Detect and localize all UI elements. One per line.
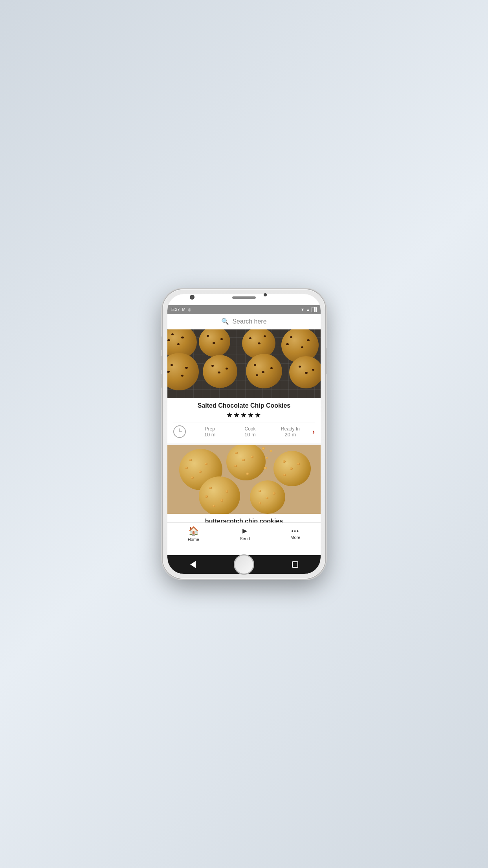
recipe-info-1: Salted Chocolate Chip Cookies ★★★★★ Prep… bbox=[167, 398, 321, 443]
chevron-right-1[interactable]: › bbox=[312, 428, 315, 436]
front-camera bbox=[190, 295, 194, 300]
circle-icon: ◎ bbox=[188, 307, 191, 312]
nav-more-label: More bbox=[290, 535, 300, 540]
recipe-image-2 bbox=[167, 445, 321, 514]
nav-send-label: Send bbox=[240, 536, 250, 541]
gmail-icon: M bbox=[182, 307, 185, 312]
battery-icon: ▐ bbox=[312, 307, 317, 312]
app-screen: 5:37 M ◎ ▼ ▲ ▐ 🔍 Search here bbox=[167, 305, 321, 544]
physical-home-button[interactable] bbox=[234, 554, 254, 575]
butterscotch-cookie-image bbox=[167, 445, 321, 514]
search-icon: 🔍 bbox=[221, 318, 229, 325]
nav-more[interactable]: ••• More bbox=[290, 528, 300, 540]
signal-icon: ▲ bbox=[306, 307, 310, 312]
clock-hands-1 bbox=[174, 426, 185, 437]
recents-square-icon bbox=[292, 561, 298, 568]
nav-home[interactable]: 🏠 Home bbox=[188, 526, 199, 542]
recipe-stars-1: ★★★★★ bbox=[173, 411, 315, 419]
content-area: Salted Chocolate Chip Cookies ★★★★★ Prep… bbox=[167, 329, 321, 522]
nav-home-label: Home bbox=[188, 537, 199, 542]
android-recents-button[interactable] bbox=[291, 560, 299, 569]
cook-time-1: Cook 10 m bbox=[230, 426, 270, 438]
recipe-card-1: Salted Chocolate Chip Cookies ★★★★★ Prep… bbox=[167, 329, 321, 443]
android-back-button[interactable] bbox=[189, 560, 197, 569]
bottom-nav: 🏠 Home ► Send ••• More bbox=[167, 522, 321, 544]
search-placeholder: Search here bbox=[232, 318, 266, 325]
recipe-card-2: butterscotch chip cookies ★★★★★ Prep 10 … bbox=[167, 445, 321, 522]
phone-speaker bbox=[232, 296, 256, 299]
search-bar[interactable]: 🔍 Search here bbox=[167, 314, 321, 329]
ready-time-1: Ready In 20 m bbox=[270, 426, 310, 438]
recipe-info-2: butterscotch chip cookies ★★★★★ Prep 10 … bbox=[167, 514, 321, 522]
send-icon: ► bbox=[241, 526, 249, 535]
status-bar: 5:37 M ◎ ▼ ▲ ▐ bbox=[167, 305, 321, 314]
prep-time-1: Prep 10 m bbox=[190, 426, 230, 438]
clock-icon-1 bbox=[173, 425, 186, 438]
back-triangle-icon bbox=[190, 561, 196, 568]
more-icon: ••• bbox=[291, 528, 299, 534]
screen-bezel: 5:37 M ◎ ▼ ▲ ▐ 🔍 Search here bbox=[167, 294, 321, 574]
wifi-icon: ▼ bbox=[301, 307, 305, 312]
recipe-title-2: butterscotch chip cookies bbox=[173, 518, 315, 522]
chocolate-chip-cookie-image bbox=[167, 329, 321, 398]
phone-frame: 5:37 M ◎ ▼ ▲ ▐ 🔍 Search here bbox=[163, 289, 325, 579]
recipe-image-1 bbox=[167, 329, 321, 398]
status-right: ▼ ▲ ▐ bbox=[301, 307, 317, 312]
nav-send[interactable]: ► Send bbox=[240, 526, 250, 541]
home-icon: 🏠 bbox=[188, 526, 199, 536]
status-time: 5:37 bbox=[171, 307, 180, 312]
phone-sensor bbox=[264, 293, 267, 296]
recipe-title-1: Salted Chocolate Chip Cookies bbox=[173, 402, 315, 409]
status-left: 5:37 M ◎ bbox=[171, 307, 191, 312]
recipe-times-1: Prep 10 m Cook 10 m Ready In 20 m bbox=[173, 423, 315, 440]
search-input-display[interactable]: 🔍 Search here bbox=[221, 318, 266, 325]
